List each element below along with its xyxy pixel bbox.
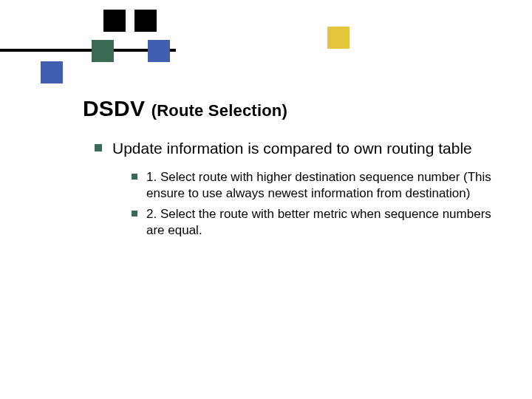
bullet-level1: Update information is compared to own ro… [95, 139, 501, 159]
bullet-level2: 2. Select the route with better metric w… [132, 206, 501, 239]
bullet-level2: 1. Select route with higher destination … [132, 169, 501, 202]
bullet-square-icon [132, 211, 137, 216]
slide-body: Update information is compared to own ro… [95, 139, 501, 243]
bullet-square-icon [95, 144, 102, 151]
bullet-level2-text: 1. Select route with higher destination … [146, 169, 501, 202]
decor-square-yellow [327, 27, 349, 49]
slide-title: DSDV (Route Selection) [83, 96, 287, 121]
bullet-square-icon [132, 174, 137, 180]
decor-square-green [92, 40, 114, 62]
decor-square-black-1 [103, 10, 126, 32]
decor-square-blue-bottom [41, 61, 63, 83]
slide: DSDV (Route Selection) Update informatio… [0, 0, 532, 399]
bullet-level2-text: 2. Select the route with better metric w… [146, 206, 501, 239]
title-main: DSDV [83, 96, 145, 120]
title-subtitle: (Route Selection) [151, 101, 287, 120]
decor-square-blue-top [148, 40, 170, 62]
decor-square-black-2 [134, 10, 157, 32]
sublist: 1. Select route with higher destination … [132, 169, 501, 239]
bullet-level1-text: Update information is compared to own ro… [112, 139, 472, 159]
